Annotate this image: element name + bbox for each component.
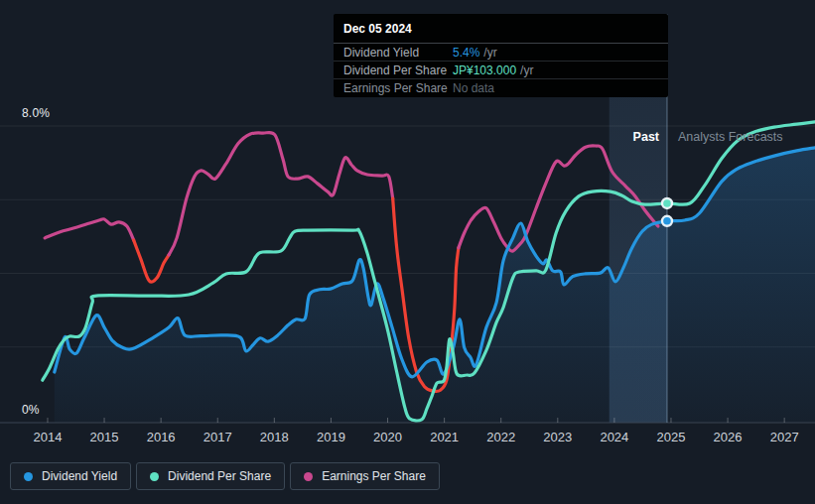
tooltip-label: Earnings Per Share — [343, 81, 453, 95]
dividend-yield-dot-icon — [24, 472, 33, 481]
x-axis-year-label: 2027 — [770, 430, 799, 444]
x-axis-year-label: 2026 — [714, 430, 743, 444]
dividend-per-share-marker — [662, 198, 672, 208]
x-axis-year-label: 2016 — [147, 430, 176, 444]
chart-tooltip: Dec 05 2024 Dividend Yield 5.4% /yr Divi… — [334, 14, 668, 97]
tooltip-label: Dividend Yield — [343, 46, 453, 60]
tooltip-value: JP¥103.000 — [453, 63, 516, 77]
x-axis-year-label: 2017 — [204, 430, 232, 444]
legend-label: Dividend Yield — [42, 469, 117, 483]
earnings-per-share-line-negative — [134, 240, 169, 282]
dividend-history-forecast-chart: 8.0% 0% Past Analysts Forecasts 20142015… — [0, 0, 815, 504]
legend-item-dividend-per-share[interactable]: Dividend Per Share — [136, 462, 285, 490]
tooltip-row-earnings-per-share: Earnings Per Share No data — [334, 79, 668, 97]
legend-item-dividend-yield[interactable]: Dividend Yield — [10, 462, 131, 490]
x-axis-year-label: 2021 — [430, 430, 459, 444]
x-axis-year-label: 2024 — [600, 430, 628, 444]
tooltip-row-dividend-per-share: Dividend Per Share JP¥103.000 /yr — [334, 62, 668, 79]
earnings-per-share-dot-icon — [304, 472, 313, 481]
analysts-forecasts-zone-label: Analysts Forecasts — [678, 130, 783, 144]
legend-label: Dividend Per Share — [168, 469, 271, 483]
legend-item-earnings-per-share[interactable]: Earnings Per Share — [290, 462, 440, 490]
legend-label: Earnings Per Share — [322, 469, 426, 483]
y-axis-label-max: 8.0% — [22, 106, 50, 120]
tooltip-date: Dec 05 2024 — [334, 14, 668, 44]
x-axis-year-label: 2019 — [317, 430, 345, 444]
tooltip-value: 5.4% — [453, 46, 479, 60]
tooltip-unit: /yr — [483, 46, 496, 60]
tooltip-row-dividend-yield: Dividend Yield 5.4% /yr — [334, 44, 668, 62]
x-axis-year-label: 2022 — [486, 430, 515, 444]
earnings-per-share-line — [45, 219, 134, 240]
x-axis-year-label: 2015 — [90, 430, 119, 444]
y-axis-label-min: 0% — [22, 403, 40, 417]
tooltip-label: Dividend Per Share — [343, 63, 453, 77]
past-zone-label: Past — [633, 130, 659, 144]
x-axis-year-label: 2020 — [373, 430, 402, 444]
x-axis-year-label: 2014 — [33, 430, 62, 444]
legend: Dividend Yield Dividend Per Share Earnin… — [10, 462, 440, 490]
tooltip-unit: /yr — [520, 63, 533, 77]
x-axis-year-label: 2025 — [657, 430, 686, 444]
earnings-per-share-line — [169, 132, 393, 254]
dividend-per-share-dot-icon — [150, 472, 159, 481]
tooltip-value: No data — [453, 81, 494, 95]
dividend-yield-marker — [662, 216, 672, 226]
x-axis-year-label: 2023 — [543, 430, 572, 444]
x-axis-year-label: 2018 — [260, 430, 289, 444]
